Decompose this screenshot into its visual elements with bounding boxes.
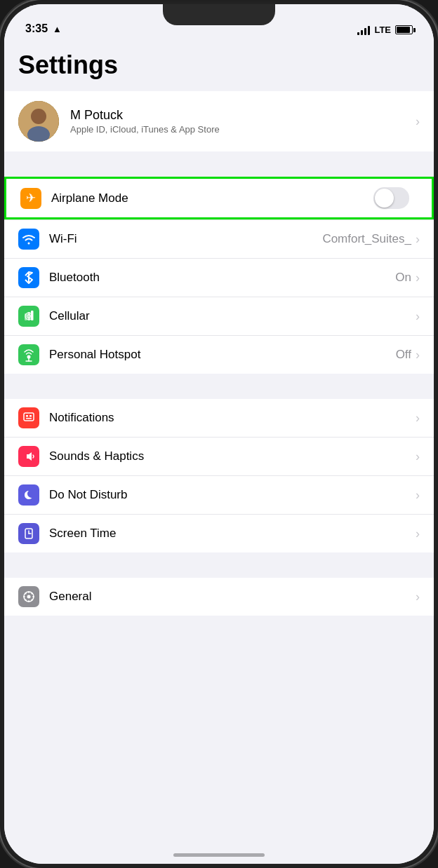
svg-point-18 [28, 600, 29, 602]
svg-point-24 [25, 599, 26, 600]
status-time: 3:35 ▲ [25, 22, 62, 35]
profile-section: M Potuck Apple ID, iCloud, iTunes & App … [4, 91, 434, 151]
notifications-icon [18, 407, 39, 428]
hotspot-value: Off [396, 348, 411, 362]
profile-subtitle: Apple ID, iCloud, iTunes & App Store [70, 124, 416, 135]
profile-chevron: › [416, 114, 420, 129]
status-icons: LTE [357, 25, 413, 35]
wifi-icon [18, 229, 39, 250]
location-icon: ▲ [53, 24, 62, 34]
svg-point-21 [25, 592, 26, 594]
wifi-chevron: › [416, 232, 420, 247]
svg-point-22 [31, 599, 32, 600]
home-indicator [173, 853, 265, 857]
screentime-row[interactable]: Screen Time › [4, 514, 434, 552]
notifications-label: Notifications [49, 411, 416, 425]
bluetooth-value: On [395, 271, 411, 285]
svg-point-23 [31, 592, 32, 594]
general-row[interactable]: General › [4, 578, 434, 616]
profile-info: M Potuck Apple ID, iCloud, iTunes & App … [70, 108, 416, 135]
sounds-chevron: › [416, 449, 420, 464]
profile-name: M Potuck [70, 108, 416, 123]
sounds-icon [18, 446, 39, 467]
page-title: Settings [4, 39, 434, 91]
dnd-row[interactable]: Do Not Disturb › [4, 475, 434, 514]
wifi-value: Comfort_Suites_ [322, 232, 411, 246]
svg-rect-10 [24, 413, 34, 421]
cellular-row[interactable]: Cellular › [4, 297, 434, 335]
phone-frame: 3:35 ▲ LTE Settings [0, 0, 438, 868]
battery-icon [395, 25, 413, 34]
general-chevron: › [416, 590, 420, 604]
system-section: Notifications › Sounds & Haptics › [4, 399, 434, 552]
time-display: 3:35 [25, 22, 48, 35]
signal-icon [357, 25, 370, 35]
hotspot-row[interactable]: Personal Hotspot Off › [4, 335, 434, 374]
airplane-mode-row[interactable]: ✈ Airplane Mode › [4, 177, 434, 219]
dnd-chevron: › [416, 488, 420, 503]
airplane-mode-icon: ✈ [20, 188, 41, 209]
screentime-icon [18, 523, 39, 544]
airplane-mode-toggle[interactable] [373, 187, 409, 209]
divider-1 [4, 151, 434, 177]
notifications-row[interactable]: Notifications › [4, 399, 434, 437]
divider-2 [4, 374, 434, 399]
svg-rect-12 [29, 415, 32, 417]
dnd-label: Do Not Disturb [49, 488, 416, 502]
screentime-chevron: › [416, 527, 420, 541]
lte-label: LTE [374, 25, 391, 35]
content-area: Settings [4, 39, 434, 864]
svg-rect-13 [26, 418, 32, 419]
svg-point-16 [27, 595, 31, 599]
bluetooth-chevron: › [416, 271, 420, 285]
cellular-label: Cellular [49, 309, 416, 323]
general-section: General › [4, 578, 434, 616]
phone-screen: 3:35 ▲ LTE Settings [4, 4, 434, 864]
cellular-icon [18, 306, 39, 327]
screentime-label: Screen Time [49, 527, 416, 541]
bluetooth-row[interactable]: Bluetooth On › [4, 258, 434, 297]
svg-point-19 [23, 596, 25, 597]
notifications-chevron: › [416, 411, 420, 426]
general-label: General [49, 590, 416, 604]
avatar [18, 101, 59, 142]
notch [163, 4, 275, 25]
wifi-label: Wi-Fi [49, 232, 322, 246]
svg-point-1 [31, 109, 46, 124]
avatar-image [18, 101, 59, 142]
hotspot-label: Personal Hotspot [49, 348, 396, 362]
svg-point-20 [32, 596, 34, 597]
sounds-label: Sounds & Haptics [49, 449, 416, 463]
connectivity-section: ✈ Airplane Mode › [4, 177, 434, 374]
general-icon [18, 586, 39, 607]
sounds-row[interactable]: Sounds & Haptics › [4, 437, 434, 475]
airplane-mode-label: Airplane Mode [51, 191, 373, 205]
hotspot-chevron: › [416, 348, 420, 362]
divider-3 [4, 552, 434, 578]
dnd-icon [18, 484, 39, 506]
hotspot-icon [18, 344, 39, 365]
wifi-row[interactable]: Wi-Fi Comfort_Suites_ › [4, 219, 434, 258]
cellular-chevron: › [416, 309, 420, 324]
bluetooth-label: Bluetooth [49, 271, 395, 285]
bluetooth-icon [18, 267, 39, 288]
svg-point-17 [28, 591, 29, 592]
profile-row[interactable]: M Potuck Apple ID, iCloud, iTunes & App … [4, 91, 434, 151]
svg-rect-11 [26, 415, 28, 417]
